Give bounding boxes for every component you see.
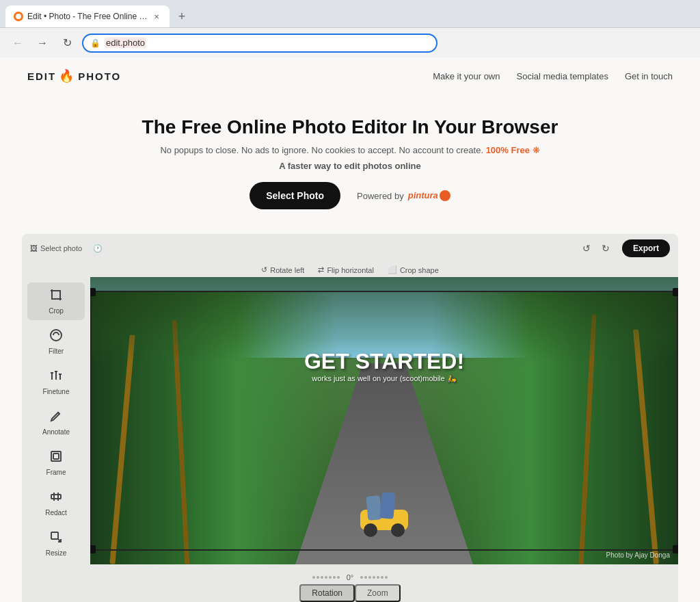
tab-title: Edit • Photo - The Free Online Ph... — [27, 12, 148, 21]
dot-6 — [333, 576, 336, 579]
dot-5 — [329, 576, 332, 579]
svg-rect-10 — [51, 495, 61, 499]
logo-edit: EDIT — [27, 70, 56, 82]
export-button[interactable]: Export — [622, 239, 670, 257]
frame-icon — [49, 449, 63, 467]
dot-14 — [385, 576, 388, 579]
undo-redo-group: ↺ ↻ — [578, 240, 614, 257]
overlay-heading: GET STARTED! — [304, 349, 464, 374]
site-nav-links: Make it your own Social media templates … — [433, 71, 673, 81]
frame-tool[interactable]: Frame — [27, 444, 85, 482]
image-icon: 🖼 — [30, 244, 38, 252]
url-display: edit.photo — [105, 38, 146, 48]
editor-top-left: 🖼 Select photo 🕐 — [30, 244, 103, 253]
select-photo-tool-button[interactable]: 🖼 Select photo — [30, 244, 82, 252]
annotate-tool[interactable]: Annotate — [27, 404, 85, 441]
svg-point-0 — [16, 14, 21, 19]
svg-rect-13 — [51, 532, 58, 539]
back-button[interactable]: ← — [8, 34, 27, 53]
crop-shape-button[interactable]: ⬜ Crop shape — [388, 265, 439, 274]
tab-bar: Edit • Photo - The Free Online Ph... ✕ + — [0, 0, 700, 27]
nav-get-in-touch[interactable]: Get in touch — [625, 71, 673, 81]
logo-photo: PHOTO — [78, 70, 121, 82]
nav-make-it-your-own[interactable]: Make it your own — [433, 71, 500, 81]
dot-8 — [360, 576, 363, 579]
photo-credit: Photo by Ajay Donga — [606, 551, 670, 559]
resize-icon — [49, 530, 63, 547]
flip-horizontal-icon: ⇄ — [318, 265, 324, 274]
redact-tool[interactable]: Redact — [27, 484, 85, 522]
filter-icon — [49, 328, 63, 345]
free-label: 100% Free — [486, 145, 530, 155]
hero-section: The Free Online Photo Editor In Your Bro… — [0, 94, 700, 223]
crop-toolbar: ↺ Rotate left ⇄ Flip horizontal ⬜ Crop s… — [22, 263, 678, 277]
dot-3 — [321, 576, 323, 579]
flip-horizontal-button[interactable]: ⇄ Flip horizontal — [318, 265, 373, 274]
history-icon: 🕐 — [93, 244, 103, 253]
lock-icon: 🔒 — [90, 38, 100, 48]
resize-tool[interactable]: Resize — [27, 525, 85, 562]
rotate-left-icon: ↺ — [261, 265, 267, 274]
dot-1 — [312, 576, 315, 579]
dot-10 — [368, 576, 371, 579]
overlay-subtext: works just as well on your (scoot)mobile… — [304, 374, 464, 383]
select-photo-button[interactable]: Select Photo — [250, 182, 340, 209]
hero-heading: The Free Online Photo Editor In Your Bro… — [14, 116, 686, 138]
rotation-tab[interactable]: Rotation — [299, 584, 355, 602]
crop-shape-icon: ⬜ — [388, 265, 397, 274]
hero-tagline: A faster way to edit photos online — [14, 161, 686, 171]
photo-overlay-text: GET STARTED! works just as well on your … — [304, 349, 464, 383]
site-logo: EDIT 🔥 PHOTO — [27, 68, 121, 83]
editor-top-bar: 🖼 Select photo 🕐 ↺ ↻ Export — [22, 234, 678, 263]
crop-icon — [49, 288, 63, 305]
page-content: EDIT 🔥 PHOTO Make it your own Social med… — [0, 57, 700, 602]
left-tools-panel: Crop Filter — [22, 277, 90, 568]
rotate-left-button[interactable]: ↺ Rotate left — [261, 265, 304, 274]
dot-13 — [381, 576, 383, 579]
pintura-label: pintura — [408, 190, 450, 202]
dot-4 — [325, 576, 327, 579]
active-tab[interactable]: Edit • Photo - The Free Online Ph... ✕ — [5, 5, 170, 27]
finetune-tool[interactable]: Finetune — [27, 363, 85, 401]
forward-button[interactable]: → — [33, 34, 52, 53]
svg-point-1 — [51, 330, 62, 341]
annotate-icon — [49, 409, 63, 426]
canvas-area[interactable]: GET STARTED! works just as well on your … — [90, 277, 678, 564]
editor-bottom: 0° Rotation Zoom — [22, 568, 678, 602]
bottom-tabs: Rotation Zoom — [299, 584, 400, 602]
photo-scene: GET STARTED! works just as well on your … — [90, 277, 678, 564]
nav-bar: ← → ↻ 🔒 edit.photo — [0, 27, 700, 57]
dot-11 — [373, 576, 375, 579]
redact-icon — [49, 490, 63, 507]
editor-body: Crop Filter — [22, 277, 678, 568]
powered-by: Powered by pintura — [357, 190, 450, 202]
reload-button[interactable]: ↻ — [57, 34, 77, 53]
crop-tool[interactable]: Crop — [27, 283, 85, 320]
editor-container: 🖼 Select photo 🕐 ↺ ↻ Export ↺ Rotate lef… — [22, 234, 678, 602]
filter-tool[interactable]: Filter — [27, 323, 85, 361]
browser-chrome: Edit • Photo - The Free Online Ph... ✕ +… — [0, 0, 700, 57]
zoom-tab[interactable]: Zoom — [355, 584, 401, 602]
rotation-value: 0° — [347, 573, 354, 581]
hero-subtext: No popups to close. No ads to ignore. No… — [14, 145, 686, 155]
redo-button[interactable]: ↻ — [597, 240, 614, 257]
dot-2 — [317, 576, 319, 579]
tab-close-button[interactable]: ✕ — [152, 12, 161, 21]
tab-favicon — [14, 12, 23, 21]
logo-flame-icon: 🔥 — [59, 68, 75, 83]
svg-rect-9 — [53, 454, 59, 459]
address-bar[interactable]: 🔒 edit.photo — [82, 34, 438, 53]
motorcycle-group — [360, 510, 408, 530]
editor-top-right: ↺ ↻ Export — [578, 239, 670, 257]
new-tab-button[interactable]: + — [172, 7, 191, 26]
dot-12 — [377, 576, 379, 579]
address-text: edit.photo — [105, 38, 429, 48]
dot-9 — [364, 576, 367, 579]
undo-button[interactable]: ↺ — [578, 240, 595, 257]
site-nav: EDIT 🔥 PHOTO Make it your own Social med… — [0, 57, 700, 94]
finetune-icon — [49, 369, 63, 386]
nav-social-media-templates[interactable]: Social media templates — [516, 71, 608, 81]
history-button[interactable]: 🕐 — [93, 244, 103, 253]
dot-7 — [337, 576, 340, 579]
rotation-dots: 0° — [312, 573, 388, 581]
